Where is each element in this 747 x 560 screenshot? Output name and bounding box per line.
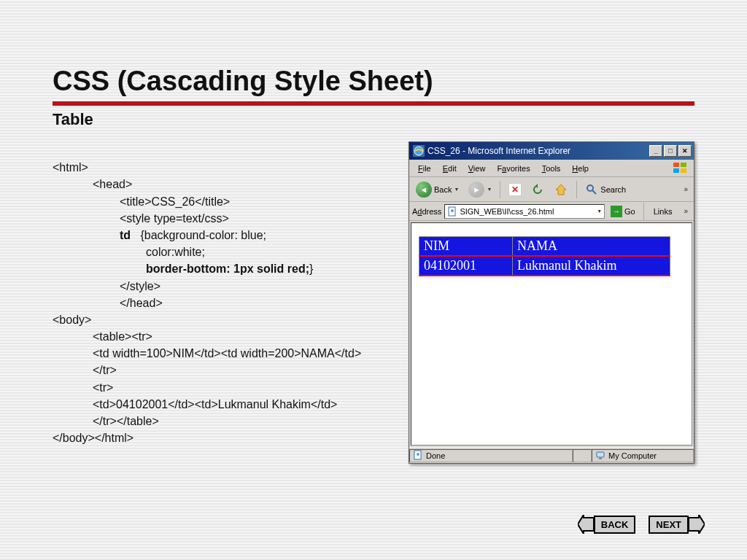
toolbar-overflow-icon[interactable]: » xyxy=(681,185,691,193)
code-line: </head> xyxy=(120,297,163,309)
toolbar-separator xyxy=(576,181,577,198)
slide-subtitle: Table xyxy=(53,110,694,129)
go-button[interactable]: → Go xyxy=(608,204,638,219)
chevron-down-icon[interactable]: ▼ xyxy=(597,209,602,214)
menu-view[interactable]: View xyxy=(462,163,492,174)
code-line: td {background-color: blue; xyxy=(120,229,266,241)
back-label: Back xyxy=(434,185,452,194)
ie-app-icon xyxy=(413,145,425,157)
table-cell: NAMA xyxy=(513,237,670,257)
svg-rect-1 xyxy=(673,163,679,167)
table-row: 04102001 Lukmanul Khakim xyxy=(419,256,670,276)
code-line: <td>04102001</td><td>Lukmanul Khakim</td… xyxy=(93,398,337,411)
ie-menubar: File Edit View Favorites Tools Help xyxy=(409,160,694,177)
table-cell: Lukmanul Khakim xyxy=(513,256,670,276)
go-label: Go xyxy=(624,207,635,216)
code-line: <table><tr> xyxy=(93,330,152,343)
search-button[interactable]: Search xyxy=(581,180,630,199)
maximize-button[interactable]: □ xyxy=(664,145,677,157)
back-arrow-icon: ◄ xyxy=(416,182,432,198)
svg-point-7 xyxy=(587,185,593,191)
svg-marker-15 xyxy=(578,515,594,534)
status-spacer xyxy=(573,449,592,462)
menu-help[interactable]: Help xyxy=(566,163,595,174)
refresh-button[interactable] xyxy=(527,180,548,199)
back-button[interactable]: ◄ Back ▼ xyxy=(412,180,462,199)
forward-button[interactable]: ► ▼ xyxy=(465,180,495,199)
table-cell: NIM xyxy=(419,237,513,257)
home-icon xyxy=(554,182,568,197)
computer-icon xyxy=(595,450,605,462)
code-line: <html> xyxy=(53,161,88,174)
menu-edit[interactable]: Edit xyxy=(437,163,462,174)
arrow-left-icon xyxy=(578,515,594,534)
code-line: <head> xyxy=(93,178,132,190)
title-underline xyxy=(53,101,694,106)
page-icon xyxy=(447,206,457,217)
demo-table: NIM NAMA 04102001 Lukmanul Khakim xyxy=(419,236,670,276)
page-icon xyxy=(413,450,423,462)
arrow-right-icon xyxy=(689,515,705,534)
chevron-down-icon: ▼ xyxy=(487,187,492,192)
code-line: </body></html> xyxy=(53,432,133,444)
go-arrow-icon: → xyxy=(611,206,622,217)
refresh-icon xyxy=(531,183,544,196)
stop-icon: ✕ xyxy=(508,183,522,196)
chevron-down-icon: ▼ xyxy=(454,187,459,192)
close-button[interactable]: ✕ xyxy=(678,145,692,157)
table-row: NIM NAMA xyxy=(419,237,670,257)
forward-arrow-icon: ► xyxy=(468,182,484,198)
search-label: Search xyxy=(600,185,626,194)
code-line: </tr> xyxy=(93,364,117,376)
svg-rect-4 xyxy=(681,168,686,173)
svg-point-12 xyxy=(417,453,419,456)
status-done-text: Done xyxy=(426,451,445,460)
code-line: color:white; xyxy=(146,246,205,258)
windows-logo-icon xyxy=(670,161,691,176)
next-nav-button[interactable]: NEXT xyxy=(649,515,705,534)
address-input[interactable]: SIGN_WEB\II\css_26.html ▼ xyxy=(444,204,605,219)
code-line: <tr> xyxy=(93,381,113,394)
ie-window-title: CSS_26 - Microsoft Internet Explorer xyxy=(427,146,649,156)
svg-line-8 xyxy=(592,190,596,194)
code-line: </style> xyxy=(120,280,160,292)
code-line: <td width=100>NIM</td><td width=200>NAMA… xyxy=(93,347,361,359)
menu-tools[interactable]: Tools xyxy=(536,163,567,174)
status-done: Done xyxy=(409,449,573,462)
code-line: <title>CSS_26</title> xyxy=(120,195,230,208)
address-value: SIGN_WEB\II\css_26.html xyxy=(460,207,554,216)
svg-rect-2 xyxy=(681,163,686,167)
status-zone: My Computer xyxy=(592,449,694,462)
status-zone-text: My Computer xyxy=(608,451,657,460)
back-nav-label: BACK xyxy=(594,516,636,534)
svg-rect-14 xyxy=(599,458,602,459)
code-line: <body> xyxy=(53,314,91,326)
minimize-button[interactable]: _ xyxy=(649,145,662,157)
search-icon xyxy=(585,183,598,196)
ie-browser-window: CSS_26 - Microsoft Internet Explorer _ □… xyxy=(409,141,694,464)
svg-point-10 xyxy=(451,209,454,212)
slide-title: CSS (Cascading Style Sheet) xyxy=(53,66,694,97)
ie-statusbar: Done My Computer xyxy=(409,447,694,463)
ie-titlebar[interactable]: CSS_26 - Microsoft Internet Explorer _ □… xyxy=(409,142,694,160)
menu-favorites[interactable]: Favorites xyxy=(491,163,535,174)
back-nav-button[interactable]: BACK xyxy=(578,515,636,534)
svg-rect-13 xyxy=(597,452,604,457)
code-line: border-bottom: 1px solid red;} xyxy=(146,262,313,275)
svg-marker-5 xyxy=(535,184,538,188)
ie-addressbar: Address SIGN_WEB\II\css_26.html ▼ → Go L… xyxy=(409,202,694,221)
code-line: </tr></table> xyxy=(93,415,159,427)
svg-rect-3 xyxy=(673,168,679,173)
stop-button[interactable]: ✕ xyxy=(505,180,525,199)
toolbar-separator xyxy=(500,181,500,198)
toolbar-separator xyxy=(643,203,644,220)
next-nav-label: NEXT xyxy=(649,516,689,534)
home-button[interactable] xyxy=(550,180,572,199)
svg-marker-6 xyxy=(556,184,566,195)
links-button[interactable]: Links xyxy=(649,207,677,216)
ie-toolbar: ◄ Back ▼ ► ▼ ✕ Search » xyxy=(409,177,694,202)
code-line: <style type=text/css> xyxy=(120,212,229,225)
ie-content-area: NIM NAMA 04102001 Lukmanul Khakim xyxy=(411,222,692,446)
menu-file[interactable]: File xyxy=(412,163,437,174)
links-overflow-icon[interactable]: » xyxy=(681,207,691,215)
